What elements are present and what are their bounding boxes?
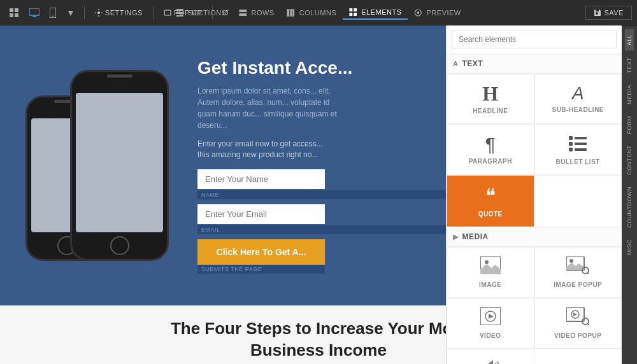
quote-icon: ❝ xyxy=(485,185,496,207)
image-icon xyxy=(480,256,501,277)
hero-body: Lorem ipsum dolor sit amet, cons... elit… xyxy=(197,85,338,131)
svg-rect-3 xyxy=(15,13,18,17)
svg-rect-17 xyxy=(293,9,295,17)
sidebar-item-countdown[interactable]: CouNTDOwN xyxy=(625,181,634,233)
hero-subtitle: Enter your email now to get access... th… xyxy=(197,139,325,160)
text-elements-grid: H HEADLINE A SUB-HEADLINE ¶ PARAGRAPH xyxy=(447,74,622,227)
svg-rect-18 xyxy=(349,8,352,11)
desktop-view-button[interactable] xyxy=(25,6,43,20)
rows-tab[interactable]: Rows xyxy=(233,6,280,19)
audio-tile[interactable]: AUDIO xyxy=(447,349,534,364)
paragraph-tile[interactable]: ¶ PARAGRAPH xyxy=(447,124,534,175)
svg-rect-16 xyxy=(290,9,292,17)
svg-rect-19 xyxy=(354,8,357,11)
sections-tab[interactable]: Sections xyxy=(169,6,233,19)
svg-rect-28 xyxy=(569,148,573,151)
svg-rect-13 xyxy=(239,10,247,12)
cta-button[interactable]: Click Here To Get A... xyxy=(197,239,325,265)
sidebar-item-misc[interactable]: MISC xyxy=(625,234,634,260)
quote-tile[interactable]: ❝ QUOTE xyxy=(447,175,534,227)
svg-line-35 xyxy=(588,273,589,274)
svg-point-33 xyxy=(569,259,573,263)
media-category-label: MEDIA xyxy=(462,232,489,241)
svg-rect-25 xyxy=(575,137,587,139)
email-input[interactable] xyxy=(197,204,325,224)
phone-large xyxy=(70,70,169,261)
image-tile[interactable]: IMAGE xyxy=(447,247,534,298)
media-category-icon: ▶ xyxy=(453,233,459,241)
columns-tab[interactable]: Columns xyxy=(281,6,343,19)
svg-point-23 xyxy=(417,11,420,14)
sidebar-item-media[interactable]: MEDIA xyxy=(625,80,634,109)
bullet-list-label: BULLET LIST xyxy=(556,158,600,165)
elements-panel: A TEXT H HEADLINE A SUB-HEADLINE ¶ PARAG… xyxy=(446,25,622,364)
video-tile[interactable]: VIDEO xyxy=(447,298,534,349)
svg-marker-44 xyxy=(484,360,493,364)
image-popup-tile[interactable]: IMAGE POPUP xyxy=(534,247,622,298)
separator-2 xyxy=(153,6,154,19)
video-label: VIDEO xyxy=(480,332,501,339)
svg-rect-14 xyxy=(239,13,247,16)
headline-tile[interactable]: H HEADLINE xyxy=(447,74,534,124)
paragraph-label: PARAGRAPH xyxy=(469,158,512,165)
svg-rect-26 xyxy=(569,142,573,146)
search-input[interactable] xyxy=(452,31,617,48)
svg-rect-4 xyxy=(29,8,39,15)
settings-button[interactable]: Settings xyxy=(90,6,148,19)
quote-label: QUOTE xyxy=(478,211,503,218)
sidebar-item-form[interactable]: FORM xyxy=(625,111,634,139)
image-popup-label: IMAGE POPUP xyxy=(554,281,602,288)
phone-screen-large xyxy=(76,93,163,232)
grid-icon-button[interactable] xyxy=(5,5,23,20)
phone-button-large xyxy=(110,236,129,255)
svg-line-43 xyxy=(588,324,589,325)
sub-headline-label: SUB-HEADLINE xyxy=(552,106,604,113)
video-icon xyxy=(480,307,501,328)
paragraph-icon: ¶ xyxy=(485,135,496,154)
submits-label: SUBMITS THE PAGE xyxy=(197,265,325,274)
media-elements-grid: IMAGE IMAGE POPUP xyxy=(447,247,622,364)
name-input[interactable] xyxy=(197,169,325,189)
toolbar: ▼ Settings Pop Up ↺ Sections Rows xyxy=(0,0,637,25)
svg-point-8 xyxy=(97,11,100,14)
elements-tab[interactable]: Elements xyxy=(343,6,408,20)
svg-rect-5 xyxy=(32,16,36,17)
svg-rect-15 xyxy=(287,9,290,17)
search-box xyxy=(447,25,622,54)
svg-rect-1 xyxy=(15,8,18,12)
sub-headline-icon: A xyxy=(572,85,584,102)
svg-rect-24 xyxy=(569,136,573,140)
category-text[interactable]: A TEXT xyxy=(447,54,622,74)
svg-rect-10 xyxy=(176,9,183,11)
save-button[interactable]: Save xyxy=(585,6,632,20)
bullet-list-icon xyxy=(569,134,587,155)
svg-rect-27 xyxy=(575,143,587,145)
svg-rect-12 xyxy=(176,15,183,17)
bullet-list-tile[interactable]: BULLET LIST xyxy=(534,124,622,175)
svg-rect-21 xyxy=(354,13,357,16)
svg-marker-41 xyxy=(573,312,577,316)
svg-point-31 xyxy=(485,260,489,264)
video-popup-label: VIDEO POPUP xyxy=(554,332,601,339)
text-category-icon: A xyxy=(453,60,458,67)
svg-rect-29 xyxy=(575,148,587,151)
sidebar-item-content[interactable]: CONTENT xyxy=(625,140,634,180)
phones-container xyxy=(19,45,185,286)
sidebar-item-all[interactable]: ALL xyxy=(625,29,634,51)
headline-label: HEADLINE xyxy=(473,108,508,115)
headline-icon: H xyxy=(482,83,498,104)
white-section-title: The Four Steps to Increase Your Mo... xyxy=(171,318,466,340)
svg-rect-20 xyxy=(349,13,352,16)
mobile-view-button[interactable] xyxy=(46,5,60,20)
sub-headline-tile[interactable]: A SUB-HEADLINE xyxy=(534,74,622,124)
empty-tile xyxy=(534,175,622,227)
svg-rect-2 xyxy=(10,13,13,17)
main-area: Get Instant Acce... Lorem ipsum dolor si… xyxy=(0,25,637,364)
sidebar-item-text[interactable]: TEXT xyxy=(625,52,634,78)
preview-tab[interactable]: Preview xyxy=(408,6,468,19)
arrow-down-button[interactable]: ▼ xyxy=(62,5,79,20)
category-media[interactable]: ▶ MEDIA xyxy=(447,227,622,247)
video-popup-tile[interactable]: VIDEO POPUP xyxy=(534,298,622,349)
image-popup-icon xyxy=(566,256,589,277)
svg-point-7 xyxy=(52,15,54,17)
